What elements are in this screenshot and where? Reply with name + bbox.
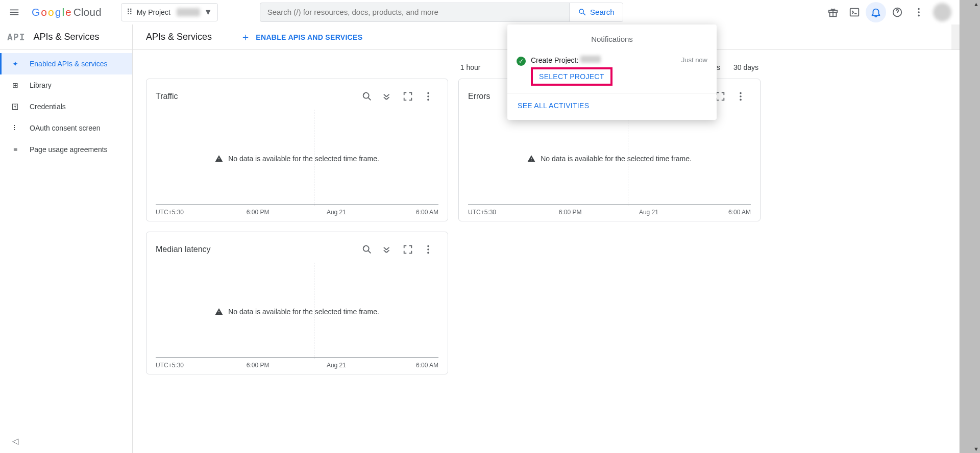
svg-point-17 — [427, 252, 429, 254]
project-name-redacted — [177, 8, 200, 16]
svg-point-12 — [740, 95, 742, 97]
google-cloud-logo[interactable]: Google Cloud — [29, 6, 105, 18]
svg-point-15 — [427, 245, 429, 247]
sidenav-item-enabled-apis[interactable]: ✦ Enabled APIs & services — [0, 53, 132, 74]
svg-point-13 — [740, 99, 742, 101]
success-check-icon: ✓ — [517, 57, 526, 66]
section-title: APIs & Services — [34, 32, 100, 42]
sidenav-item-library[interactable]: ⊞ Library — [0, 74, 132, 96]
help-icon[interactable] — [887, 2, 908, 22]
legend-icon[interactable] — [377, 239, 398, 260]
agreements-icon: ≡ — [10, 145, 20, 154]
consent-icon: ⠇ — [10, 124, 20, 132]
time-range-1h[interactable]: 1 hour — [460, 63, 481, 71]
collapse-sidenav-icon[interactable]: ◁ — [12, 436, 18, 446]
topbar-actions — [823, 2, 976, 22]
zoom-reset-icon[interactable] — [357, 239, 377, 260]
svg-point-16 — [427, 248, 429, 250]
x-axis: UTC+5:306:00 PMAug 216:00 AM — [151, 206, 444, 216]
svg-point-10 — [427, 99, 429, 101]
svg-point-9 — [427, 95, 429, 97]
card-more-icon[interactable] — [418, 86, 438, 107]
notifications-title: Notifications — [507, 24, 717, 52]
gift-icon[interactable] — [823, 2, 843, 22]
x-axis: UTC+5:306:00 PMAug 216:00 AM — [463, 206, 756, 216]
see-all-activities-button[interactable]: SEE ALL ACTIVITIES — [507, 93, 717, 118]
enabled-apis-icon: ✦ — [10, 60, 20, 68]
project-name: My Project — [137, 8, 172, 16]
chart-latency: No data is available for the selected ti… — [156, 266, 438, 358]
card-title: Traffic — [156, 92, 357, 101]
chart-errors: No data is available for the selected ti… — [468, 113, 751, 205]
searchbar: Search — [260, 3, 623, 22]
cloud-shell-icon[interactable] — [844, 2, 865, 22]
card-median-latency: Median latency No data is available for … — [146, 232, 448, 374]
subheader: API APIs & Services APIs & Services ＋ EN… — [0, 24, 980, 50]
card-title: Median latency — [156, 245, 357, 254]
sidenav-item-usage-agreements[interactable]: ≡ Page usage agreements — [0, 139, 132, 160]
sidenav-item-oauth[interactable]: ⠇ OAuth consent screen — [0, 117, 132, 139]
card-more-icon[interactable] — [730, 86, 751, 107]
card-more-icon[interactable] — [418, 239, 438, 260]
caret-down-icon: ▼ — [204, 8, 212, 17]
x-axis: UTC+5:306:00 PMAug 216:00 AM — [151, 359, 444, 369]
svg-point-11 — [740, 92, 742, 94]
notifications-panel: Notifications ✓ Create Project: Just now… — [507, 24, 717, 120]
no-data-label: No data is available for the selected ti… — [468, 155, 751, 163]
project-picker[interactable]: ⠿ My Project ▼ — [121, 3, 218, 21]
fullscreen-icon[interactable] — [398, 239, 418, 260]
page-title: APIs & Services — [146, 32, 212, 42]
notifications-icon[interactable] — [866, 2, 886, 22]
svg-rect-2 — [850, 8, 859, 16]
account-avatar[interactable] — [933, 3, 951, 21]
svg-point-5 — [918, 11, 920, 13]
nav-menu-icon[interactable] — [4, 2, 24, 22]
notification-item[interactable]: ✓ Create Project: Just now SELECT PROJEC… — [507, 52, 717, 93]
enable-apis-button[interactable]: ＋ ENABLE APIS AND SERVICES — [240, 30, 362, 44]
sidenav: ✦ Enabled APIs & services ⊞ Library ⚿ Cr… — [0, 50, 133, 453]
card-traffic: Traffic No data is available for the sel… — [146, 79, 448, 221]
outer-scrollbar[interactable]: ▲▼ — [960, 0, 980, 453]
notification-project-redacted — [580, 56, 601, 63]
no-data-label: No data is available for the selected ti… — [156, 155, 438, 163]
zoom-reset-icon[interactable] — [357, 86, 377, 107]
no-data-label: No data is available for the selected ti… — [156, 308, 438, 316]
plus-icon: ＋ — [240, 30, 251, 44]
notification-time: Just now — [681, 56, 707, 64]
library-icon: ⊞ — [10, 81, 20, 89]
svg-point-8 — [427, 92, 429, 94]
legend-icon[interactable] — [377, 86, 398, 107]
notification-text: Create Project: — [531, 56, 578, 64]
search-button[interactable]: Search — [569, 3, 623, 21]
sidenav-item-credentials[interactable]: ⚿ Credentials — [0, 96, 132, 117]
more-vert-icon[interactable] — [909, 2, 929, 22]
topbar: Google Cloud ⠿ My Project ▼ Search — [0, 0, 980, 24]
search-input[interactable] — [260, 8, 569, 16]
fullscreen-icon[interactable] — [398, 86, 418, 107]
key-icon: ⚿ — [10, 103, 20, 111]
svg-point-6 — [918, 14, 920, 16]
select-project-button[interactable]: SELECT PROJECT — [531, 67, 612, 86]
chart-traffic: No data is available for the selected ti… — [156, 113, 438, 205]
api-logo: API — [7, 32, 26, 42]
time-range-30d[interactable]: 30 days — [733, 63, 758, 71]
svg-point-4 — [918, 8, 920, 10]
